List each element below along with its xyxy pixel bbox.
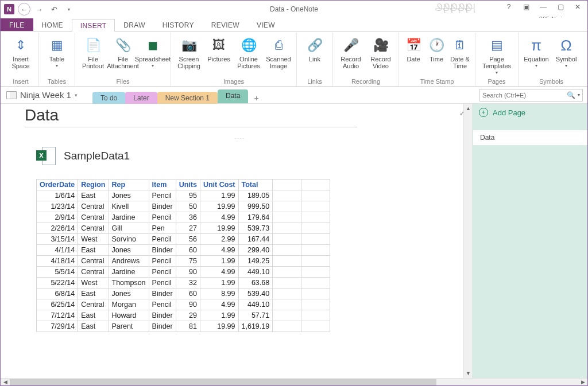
close-button[interactable]: ✕ — [569, 1, 586, 13]
table-cell — [273, 278, 301, 288]
record-audio-button[interactable]: 🎤Record Audio — [336, 35, 365, 71]
table-cell: 32 — [176, 278, 200, 288]
table-cell: 1.99 — [200, 310, 238, 321]
nav-forward-button[interactable]: → — [33, 3, 45, 15]
online-pictures-button[interactable]: 🌐Online Pictures — [234, 35, 263, 71]
table-cell: East — [78, 245, 109, 256]
qat-customize-button[interactable]: ▾ — [63, 3, 75, 15]
add-page-button[interactable]: + Add Page — [473, 104, 587, 121]
insert-space-icon: ⇕ — [11, 36, 30, 54]
table-cell: 2/9/14 — [37, 212, 78, 223]
table-cell: 8.99 — [200, 288, 238, 299]
table-cell: 1.99 — [200, 278, 238, 288]
section-tab-add[interactable]: + — [248, 92, 264, 104]
tab-file[interactable]: FILE — [1, 18, 33, 31]
section-tabs: To do Later New Section 1 Data + — [92, 87, 265, 103]
file-printout-icon: 📄 — [84, 36, 102, 54]
window-title: Data - OneNote — [270, 5, 318, 13]
tab-draw[interactable]: DRAW — [115, 18, 153, 31]
record-video-button[interactable]: 🎥Record Video — [366, 35, 395, 71]
hscroll-thumb[interactable] — [10, 379, 436, 385]
ribbon-display-options-button[interactable]: ▣ — [517, 1, 535, 13]
table-cell: 57.71 — [238, 310, 273, 321]
table-cell: 81 — [176, 321, 200, 332]
page-surface[interactable]: Data ⤢ ···· SampleData1 OrderDateRegionR… — [1, 104, 473, 378]
page-title[interactable]: Data — [25, 106, 357, 127]
table-cell: Central — [78, 223, 109, 234]
camera-icon: 📷 — [180, 36, 198, 54]
table-cell — [301, 288, 330, 299]
tab-review[interactable]: REVIEW — [203, 18, 248, 31]
column-header-empty — [273, 180, 301, 190]
tab-history[interactable]: HISTORY — [154, 18, 203, 31]
notebook-picker[interactable]: Ninja Week 1 ▾ — [5, 89, 82, 101]
table-cell — [273, 299, 301, 310]
spreadsheet-embed[interactable]: SampleData1 OrderDateRegionRepItemUnitsU… — [36, 146, 455, 332]
table-cell: West — [78, 278, 109, 288]
container-drag-handle[interactable]: ···· — [25, 135, 455, 141]
table-cell: 4/18/14 — [37, 256, 78, 267]
group-files-label: Files — [116, 78, 129, 86]
table-cell: East — [78, 321, 109, 332]
file-printout-button[interactable]: 📄File Printout — [79, 35, 107, 71]
tab-view[interactable]: VIEW — [248, 18, 284, 31]
page-list-item[interactable]: Data — [473, 130, 587, 145]
scroll-right-button[interactable]: ▶ — [578, 379, 587, 385]
date-time-button[interactable]: 🗓Date & Time — [448, 35, 471, 71]
search-scope-dropdown[interactable]: ▾ — [578, 92, 580, 98]
mic-icon: 🎤 — [342, 36, 360, 54]
insert-space-button[interactable]: ⇕Insert Space — [6, 35, 35, 71]
table-cell — [301, 267, 330, 278]
add-page-label: Add Page — [493, 108, 525, 117]
excel-file-icon — [36, 146, 56, 166]
table-cell: Pencil — [149, 267, 176, 278]
maximize-button[interactable]: ▢ — [552, 1, 569, 13]
table-row: 3/15/14WestSorvinoPencil562.99167.44 — [37, 234, 330, 245]
link-button[interactable]: 🔗Link — [300, 35, 329, 64]
help-button[interactable]: ? — [500, 1, 517, 13]
horizontal-scrollbar[interactable]: ◀ ▶ — [1, 378, 587, 385]
pictures-button[interactable]: 🖼Pictures — [204, 35, 233, 64]
nav-back-button[interactable]: ← — [18, 3, 30, 15]
file-attachment-button[interactable]: 📎File Attachment — [109, 35, 137, 71]
page-templates-button[interactable]: ▤Page Templates▾ — [479, 35, 514, 77]
table-cell: 5/5/14 — [37, 267, 78, 278]
column-header: Region — [78, 180, 109, 190]
date-label: Date — [407, 56, 420, 63]
table-cell — [301, 278, 330, 288]
vertical-scrollbar[interactable]: ▲ ▼ — [463, 104, 473, 378]
search-box[interactable]: 🔍 ▾ — [479, 89, 583, 102]
section-bar: Ninja Week 1 ▾ To do Later New Section 1… — [1, 87, 587, 104]
tab-home[interactable]: HOME — [33, 18, 72, 31]
quick-access-toolbar: ← → ↶ ▾ — [18, 3, 75, 15]
time-button[interactable]: 🕐Time — [425, 35, 447, 64]
tab-insert[interactable]: INSERT — [72, 19, 115, 32]
scroll-down-button[interactable]: ▼ — [464, 369, 473, 378]
group-timestamp-label: Time Stamp — [420, 78, 454, 86]
scroll-left-button[interactable]: ◀ — [1, 379, 10, 385]
equation-button[interactable]: πEquation▾ — [522, 35, 551, 71]
screen-clipping-button[interactable]: 📷Screen Clipping — [175, 35, 203, 71]
record-video-label: Record Video — [368, 56, 394, 69]
table-cell: Morgan — [109, 299, 149, 310]
section-tab-later[interactable]: Later — [125, 92, 157, 104]
online-pictures-label: Online Pictures — [235, 56, 262, 69]
search-input[interactable] — [482, 92, 567, 99]
section-tab-data[interactable]: Data — [218, 89, 248, 103]
symbol-button[interactable]: ΩSymbol▾ — [552, 35, 581, 71]
search-icon[interactable]: 🔍 — [567, 91, 575, 99]
section-tab-newsection1[interactable]: New Section 1 — [157, 92, 218, 104]
scroll-up-button[interactable]: ▲ — [464, 104, 473, 113]
minimize-button[interactable]: — — [535, 1, 552, 13]
date-button[interactable]: 📅Date — [403, 35, 424, 64]
scanned-image-button[interactable]: ⎙Scanned Image — [264, 35, 293, 71]
group-insert-label: Insert — [13, 78, 29, 86]
undo-button[interactable]: ↶ — [48, 3, 60, 15]
table-cell: 90 — [176, 267, 200, 278]
omega-icon: Ω — [557, 36, 575, 54]
section-tab-todo[interactable]: To do — [92, 92, 125, 104]
table-button[interactable]: ▦Table▾ — [42, 35, 71, 71]
file-attachment-label: File Attachment — [107, 56, 139, 69]
spreadsheet-button[interactable]: ◼Spreadsheet▾ — [138, 35, 167, 71]
online-picture-icon: 🌐 — [239, 36, 258, 54]
